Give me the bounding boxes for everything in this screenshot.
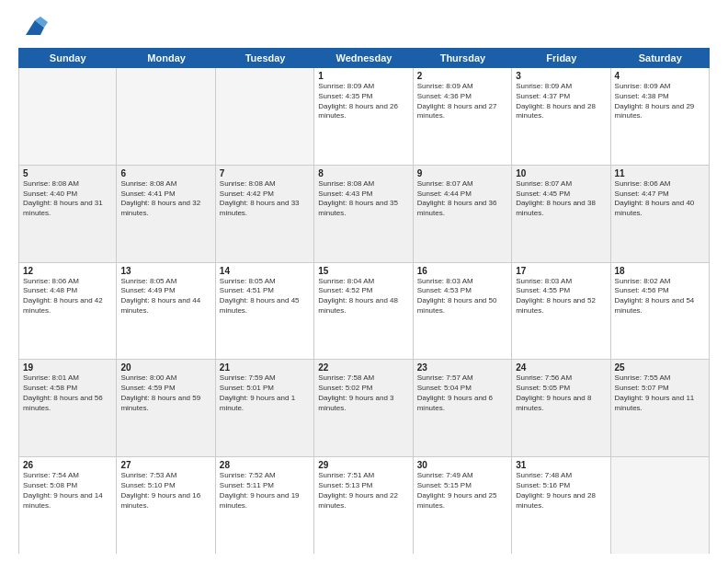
calendar-cell: 13Sunrise: 8:05 AM Sunset: 4:49 PM Dayli… <box>117 263 215 360</box>
calendar-cell: 23Sunrise: 7:57 AM Sunset: 5:04 PM Dayli… <box>414 360 512 456</box>
day-number: 20 <box>120 362 210 373</box>
calendar-cell: 14Sunrise: 8:05 AM Sunset: 4:51 PM Dayli… <box>216 263 314 360</box>
day-info: Sunrise: 8:08 AM Sunset: 4:40 PM Dayligh… <box>23 179 112 219</box>
calendar-cell: 20Sunrise: 8:00 AM Sunset: 4:59 PM Dayli… <box>117 360 215 456</box>
day-info: Sunrise: 7:48 AM Sunset: 5:16 PM Dayligh… <box>516 471 606 511</box>
day-number: 8 <box>318 168 408 178</box>
calendar-cell: 7Sunrise: 8:08 AM Sunset: 4:42 PM Daylig… <box>216 166 314 262</box>
weekday-header: Sunday <box>18 48 117 68</box>
day-number: 1 <box>318 71 408 81</box>
day-info: Sunrise: 8:06 AM Sunset: 4:47 PM Dayligh… <box>615 179 705 219</box>
calendar-cell: 25Sunrise: 7:55 AM Sunset: 5:07 PM Dayli… <box>611 360 710 456</box>
calendar-row: 12Sunrise: 8:06 AM Sunset: 4:48 PM Dayli… <box>18 263 710 361</box>
day-info: Sunrise: 8:09 AM Sunset: 4:38 PM Dayligh… <box>615 82 705 121</box>
page: SundayMondayTuesdayWednesdayThursdayFrid… <box>0 0 728 563</box>
logo <box>18 15 48 40</box>
calendar-cell: 26Sunrise: 7:54 AM Sunset: 5:08 PM Dayli… <box>18 457 117 554</box>
day-info: Sunrise: 8:07 AM Sunset: 4:45 PM Dayligh… <box>516 179 606 219</box>
day-info: Sunrise: 7:51 AM Sunset: 5:13 PM Dayligh… <box>318 471 408 511</box>
day-info: Sunrise: 7:58 AM Sunset: 5:02 PM Dayligh… <box>318 373 408 413</box>
day-info: Sunrise: 8:08 AM Sunset: 4:41 PM Dayligh… <box>120 179 210 219</box>
day-number: 22 <box>318 362 408 373</box>
day-number: 18 <box>615 266 705 276</box>
weekday-header: Saturday <box>611 48 710 68</box>
day-info: Sunrise: 7:55 AM Sunset: 5:07 PM Dayligh… <box>615 373 705 413</box>
day-number: 21 <box>220 362 310 373</box>
calendar-cell: 28Sunrise: 7:52 AM Sunset: 5:11 PM Dayli… <box>216 457 314 554</box>
calendar-row: 5Sunrise: 8:08 AM Sunset: 4:40 PM Daylig… <box>18 166 710 263</box>
day-number: 19 <box>23 362 112 373</box>
calendar-cell: 4Sunrise: 8:09 AM Sunset: 4:38 PM Daylig… <box>611 68 710 165</box>
weekday-header: Tuesday <box>216 48 314 68</box>
calendar-cell: 21Sunrise: 7:59 AM Sunset: 5:01 PM Dayli… <box>216 360 314 456</box>
calendar-cell: 8Sunrise: 8:08 AM Sunset: 4:43 PM Daylig… <box>314 166 413 262</box>
day-number: 13 <box>120 266 210 276</box>
calendar-cell: 9Sunrise: 8:07 AM Sunset: 4:44 PM Daylig… <box>414 166 512 262</box>
day-info: Sunrise: 7:52 AM Sunset: 5:11 PM Dayligh… <box>220 471 310 511</box>
weekday-header: Friday <box>512 48 610 68</box>
calendar-cell <box>216 68 314 165</box>
day-number: 9 <box>417 168 507 178</box>
day-info: Sunrise: 7:49 AM Sunset: 5:15 PM Dayligh… <box>417 471 507 511</box>
day-number: 25 <box>615 362 705 373</box>
day-number: 28 <box>220 460 310 470</box>
day-info: Sunrise: 8:09 AM Sunset: 4:35 PM Dayligh… <box>318 82 408 121</box>
day-info: Sunrise: 8:05 AM Sunset: 4:51 PM Dayligh… <box>220 277 310 316</box>
calendar-row: 26Sunrise: 7:54 AM Sunset: 5:08 PM Dayli… <box>18 457 710 554</box>
calendar-cell: 15Sunrise: 8:04 AM Sunset: 4:52 PM Dayli… <box>314 263 413 360</box>
day-number: 27 <box>120 460 210 470</box>
day-number: 3 <box>516 71 606 81</box>
calendar-cell: 6Sunrise: 8:08 AM Sunset: 4:41 PM Daylig… <box>117 166 215 262</box>
day-number: 7 <box>220 168 310 178</box>
day-number: 16 <box>417 266 507 276</box>
calendar-cell: 5Sunrise: 8:08 AM Sunset: 4:40 PM Daylig… <box>18 166 117 262</box>
day-number: 29 <box>318 460 408 470</box>
day-info: Sunrise: 8:07 AM Sunset: 4:44 PM Dayligh… <box>417 179 507 219</box>
day-number: 12 <box>23 266 112 276</box>
day-info: Sunrise: 8:05 AM Sunset: 4:49 PM Dayligh… <box>120 277 210 316</box>
day-info: Sunrise: 8:09 AM Sunset: 4:36 PM Dayligh… <box>417 82 507 121</box>
weekday-header: Wednesday <box>314 48 413 68</box>
calendar-header: SundayMondayTuesdayWednesdayThursdayFrid… <box>18 48 710 68</box>
calendar-cell: 17Sunrise: 8:03 AM Sunset: 4:55 PM Dayli… <box>512 263 610 360</box>
day-number: 14 <box>220 266 310 276</box>
day-number: 26 <box>23 460 112 470</box>
day-number: 4 <box>615 71 705 81</box>
day-info: Sunrise: 8:09 AM Sunset: 4:37 PM Dayligh… <box>516 82 606 121</box>
day-number: 30 <box>417 460 507 470</box>
weekday-header: Thursday <box>414 48 512 68</box>
calendar-cell: 12Sunrise: 8:06 AM Sunset: 4:48 PM Dayli… <box>18 263 117 360</box>
calendar: SundayMondayTuesdayWednesdayThursdayFrid… <box>18 48 710 554</box>
day-info: Sunrise: 7:57 AM Sunset: 5:04 PM Dayligh… <box>417 373 507 413</box>
calendar-cell <box>611 457 710 554</box>
calendar-row: 19Sunrise: 8:01 AM Sunset: 4:58 PM Dayli… <box>18 360 710 457</box>
day-number: 2 <box>417 71 507 81</box>
weekday-header: Monday <box>117 48 215 68</box>
day-info: Sunrise: 7:54 AM Sunset: 5:08 PM Dayligh… <box>23 471 112 511</box>
day-number: 6 <box>120 168 210 178</box>
calendar-cell: 10Sunrise: 8:07 AM Sunset: 4:45 PM Dayli… <box>512 166 610 262</box>
calendar-cell <box>117 68 215 165</box>
calendar-cell: 2Sunrise: 8:09 AM Sunset: 4:36 PM Daylig… <box>414 68 512 165</box>
day-number: 31 <box>516 460 606 470</box>
calendar-cell: 3Sunrise: 8:09 AM Sunset: 4:37 PM Daylig… <box>512 68 610 165</box>
day-info: Sunrise: 8:00 AM Sunset: 4:59 PM Dayligh… <box>120 373 210 413</box>
calendar-cell: 31Sunrise: 7:48 AM Sunset: 5:16 PM Dayli… <box>512 457 610 554</box>
day-info: Sunrise: 8:08 AM Sunset: 4:43 PM Dayligh… <box>318 179 408 219</box>
day-number: 10 <box>516 168 606 178</box>
day-info: Sunrise: 8:02 AM Sunset: 4:56 PM Dayligh… <box>615 277 705 316</box>
day-number: 24 <box>516 362 606 373</box>
day-info: Sunrise: 8:04 AM Sunset: 4:52 PM Dayligh… <box>318 277 408 316</box>
calendar-cell: 16Sunrise: 8:03 AM Sunset: 4:53 PM Dayli… <box>414 263 512 360</box>
calendar-cell: 18Sunrise: 8:02 AM Sunset: 4:56 PM Dayli… <box>611 263 710 360</box>
calendar-cell: 27Sunrise: 7:53 AM Sunset: 5:10 PM Dayli… <box>117 457 215 554</box>
day-info: Sunrise: 7:56 AM Sunset: 5:05 PM Dayligh… <box>516 373 606 413</box>
calendar-cell <box>18 68 117 165</box>
day-number: 11 <box>615 168 705 178</box>
calendar-cell: 29Sunrise: 7:51 AM Sunset: 5:13 PM Dayli… <box>314 457 413 554</box>
calendar-cell: 22Sunrise: 7:58 AM Sunset: 5:02 PM Dayli… <box>314 360 413 456</box>
day-number: 23 <box>417 362 507 373</box>
day-number: 15 <box>318 266 408 276</box>
calendar-cell: 24Sunrise: 7:56 AM Sunset: 5:05 PM Dayli… <box>512 360 610 456</box>
day-info: Sunrise: 8:01 AM Sunset: 4:58 PM Dayligh… <box>23 373 112 413</box>
